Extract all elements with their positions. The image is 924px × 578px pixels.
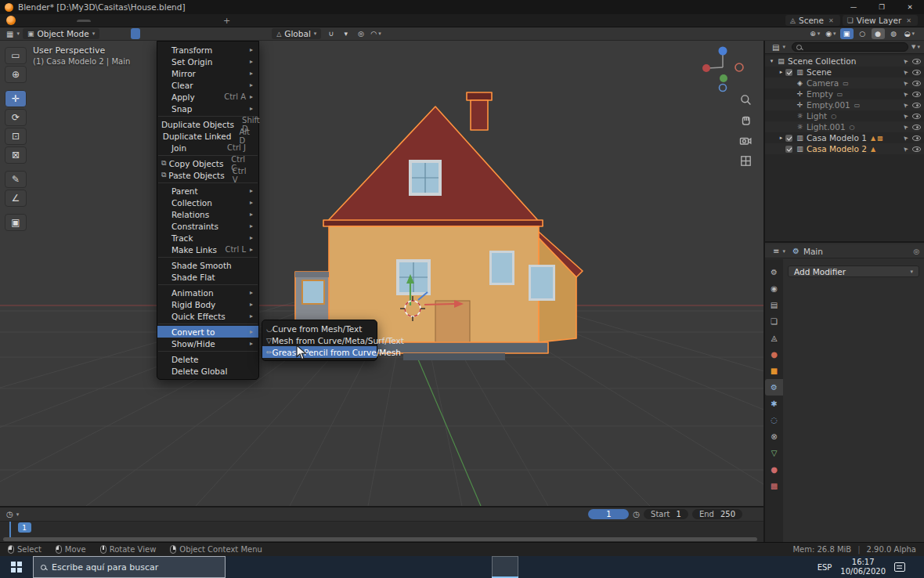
hide-eye-icon[interactable]: [912, 103, 921, 108]
header-icon-toggle-xray[interactable]: ▣: [840, 28, 854, 39]
properties-tab-view-layer[interactable]: ❏: [765, 313, 783, 330]
properties-editor-type-button[interactable]: ≡: [770, 247, 789, 255]
selectable-toggle-icon[interactable]: [901, 122, 910, 131]
viewport-menu[interactable]: [100, 28, 110, 39]
properties-tab-material[interactable]: ●: [765, 461, 783, 478]
outliner-row[interactable]: ✛ Empty.001 ▭: [765, 99, 924, 110]
action-center-icon[interactable]: [894, 562, 905, 572]
tool-measure[interactable]: ∠: [5, 190, 27, 207]
playback-button-next-keyframe[interactable]: [405, 513, 419, 516]
outliner-row[interactable]: ◈ Camera ▭: [765, 78, 924, 89]
outliner-row[interactable]: ☼ Light ○: [765, 110, 924, 121]
outliner-item-label[interactable]: Empty.001: [807, 100, 850, 110]
taskbar-app-vscode[interactable]: [412, 556, 439, 578]
mode-selector[interactable]: ▣ Object Mode ▾: [23, 28, 99, 39]
menu-item[interactable]: Delete Global ▸: [157, 365, 258, 377]
timeline-scrollbar[interactable]: [3, 537, 757, 541]
tool-cursor[interactable]: ⊕: [5, 66, 27, 83]
menu-item[interactable]: Shade Smooth ▸: [157, 259, 258, 271]
minimize-button[interactable]: —: [839, 0, 868, 14]
hide-eye-icon[interactable]: [912, 114, 921, 119]
outliner-row[interactable]: ▾ ▤ Scene Collection: [765, 56, 924, 67]
playback-button-jump-to-end[interactable]: [420, 513, 434, 516]
add-modifier-button[interactable]: Add Modifier ▾: [788, 266, 919, 277]
properties-tab-modifiers[interactable]: ⚙: [765, 379, 783, 396]
camera-view-icon[interactable]: [738, 133, 753, 147]
scene-selector[interactable]: ◬ Scene ✕: [785, 15, 840, 26]
tool-add-cube[interactable]: ▣: [5, 214, 27, 231]
menu-item[interactable]: ▽ Mesh from Curve/Meta/Surf/Text ▸: [262, 334, 377, 346]
view-layer-selector[interactable]: ❏ View Layer ✕: [843, 15, 918, 26]
tool-rotate[interactable]: ⟳: [5, 109, 27, 126]
menu-item[interactable]: Set Origin ▸: [157, 56, 258, 67]
axis-z-ball[interactable]: [719, 47, 727, 56]
language-indicator[interactable]: ESP: [818, 563, 832, 572]
workspace-tab[interactable]: [77, 20, 91, 22]
viewport-3d[interactable]: User Perspective (1) Casa Modelo 2 | Mai…: [0, 41, 763, 506]
header-icon-proportional-falloff[interactable]: ◠: [369, 28, 382, 39]
hide-eye-icon[interactable]: [912, 146, 921, 152]
menu-item[interactable]: Collection ▸: [157, 197, 258, 208]
properties-tab-render[interactable]: ◉: [765, 280, 783, 297]
collection-checkbox[interactable]: [785, 69, 792, 76]
outliner-item-label[interactable]: Scene: [807, 67, 832, 77]
taskbar-app-cortana[interactable]: [226, 556, 252, 578]
outliner-editor-type-button[interactable]: ▤: [769, 43, 789, 52]
hide-eye-icon[interactable]: [912, 81, 921, 86]
taskbar-search[interactable]: [33, 556, 226, 578]
selectable-toggle-icon[interactable]: [901, 67, 910, 76]
outliner-item-label[interactable]: Light.001: [807, 122, 846, 132]
menu-item[interactable]: Shade Flat ▸: [157, 271, 258, 283]
playback-button-jump-to-start[interactable]: [345, 513, 359, 516]
menu-item[interactable]: Clear ▸: [157, 79, 258, 91]
workspace-tab[interactable]: [133, 20, 147, 22]
menu-item[interactable]: Apply Ctrl A ▸: [157, 91, 258, 103]
outliner-item-label[interactable]: Empty: [807, 89, 833, 99]
add-workspace-button[interactable]: +: [218, 16, 236, 26]
properties-tab-scene[interactable]: ◬: [765, 330, 783, 346]
workspace-tab[interactable]: [175, 20, 189, 22]
taskbar-app-folder[interactable]: [359, 556, 385, 578]
taskbar-app-chrome[interactable]: [332, 556, 359, 578]
menu-item[interactable]: Parent ▸: [157, 185, 258, 197]
properties-tab-physics[interactable]: ◌: [765, 412, 783, 428]
axis-y-ball[interactable]: [720, 74, 727, 82]
menu-item[interactable]: Rigid Body ▸: [157, 298, 258, 310]
search-input[interactable]: [52, 562, 218, 573]
scene-unlink-icon[interactable]: ✕: [827, 17, 836, 24]
menu-item[interactable]: Track ▸: [157, 232, 258, 244]
properties-tab-tool[interactable]: ⚙: [765, 264, 783, 280]
start-button[interactable]: [0, 556, 33, 578]
toggle-ortho-grid-icon[interactable]: [738, 154, 753, 168]
hide-eye-icon[interactable]: [912, 70, 921, 75]
axis-x-neg-ball[interactable]: [735, 63, 743, 71]
outliner-item-label[interactable]: Casa Modelo 1: [807, 133, 867, 143]
taskbar-app-green-app[interactable]: [385, 556, 412, 578]
end-frame-field[interactable]: End250: [692, 509, 742, 519]
selectable-toggle-icon[interactable]: [901, 56, 910, 65]
menu-item[interactable]: ✏ Grease Pencil from Curve/Mesh ▸: [262, 346, 377, 358]
tool-annotate[interactable]: ✎: [5, 171, 27, 188]
pin-icon[interactable]: ◎: [913, 247, 919, 255]
workspace-tab[interactable]: [189, 20, 204, 22]
taskbar-app-clock-app[interactable]: [465, 556, 492, 578]
menu-item[interactable]: Duplicate Linked Alt D ▸: [157, 130, 258, 142]
outliner-item-label[interactable]: Casa Modelo 2: [807, 144, 867, 154]
viewport-menu[interactable]: [131, 28, 140, 39]
filter-icon[interactable]: ▼: [911, 44, 920, 50]
outliner-search[interactable]: [792, 42, 908, 52]
axis-z-neg-ball[interactable]: [720, 85, 727, 92]
frame-ruler[interactable]: 1: [0, 522, 763, 544]
properties-tab-output[interactable]: ▤: [765, 297, 783, 313]
properties-tab-texture[interactable]: ▩: [765, 478, 783, 494]
playback-button-previous-keyframe[interactable]: [360, 513, 374, 516]
workspace-tab[interactable]: [161, 20, 175, 22]
outliner-row[interactable]: ▥ Casa Modelo 2 ▲: [765, 143, 924, 154]
workspace-tab[interactable]: [91, 20, 105, 22]
menu-item[interactable]: Delete ▸: [157, 353, 258, 365]
taskbar-app-firefox[interactable]: [305, 556, 332, 578]
playback-button-play[interactable]: [390, 513, 404, 516]
menu-item[interactable]: Snap ▸: [157, 103, 258, 114]
tool-scale[interactable]: ⊡: [5, 128, 27, 145]
menu-item[interactable]: Make Links Ctrl L ▸: [157, 244, 258, 255]
